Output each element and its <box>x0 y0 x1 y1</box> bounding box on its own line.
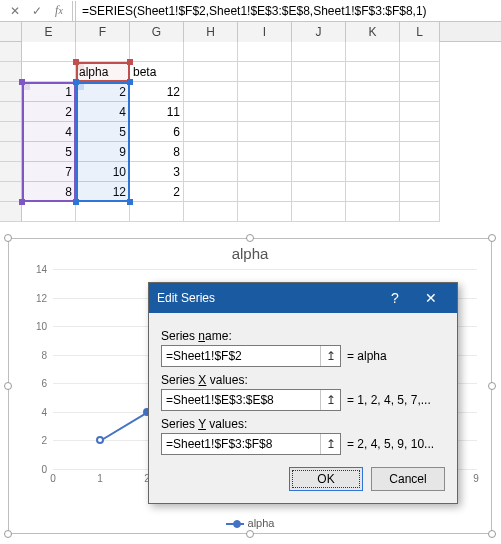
cell[interactable]: 10 <box>76 162 130 182</box>
cell[interactable] <box>184 202 238 222</box>
collapse-dialog-icon[interactable]: ↥ <box>320 390 340 410</box>
cell[interactable] <box>292 122 346 142</box>
cell[interactable] <box>238 162 292 182</box>
chart-resize-handle[interactable] <box>4 382 12 390</box>
series-name-input[interactable] <box>162 346 320 366</box>
cell[interactable]: 4 <box>22 122 76 142</box>
cell[interactable] <box>130 202 184 222</box>
close-icon[interactable]: ✕ <box>413 283 449 313</box>
chart-resize-handle[interactable] <box>488 234 496 242</box>
cell[interactable]: 1 <box>22 82 76 102</box>
cell[interactable] <box>22 202 76 222</box>
series-x-input[interactable] <box>162 390 320 410</box>
selection-handle[interactable] <box>73 59 79 65</box>
fx-icon[interactable]: fx <box>48 1 70 21</box>
cell[interactable]: 7 <box>22 162 76 182</box>
selection-handle[interactable] <box>19 199 25 205</box>
cell[interactable] <box>346 82 400 102</box>
cell[interactable] <box>184 42 238 62</box>
chart-resize-handle[interactable] <box>246 234 254 242</box>
cell[interactable] <box>346 42 400 62</box>
cell[interactable] <box>238 102 292 122</box>
cell-alpha-header[interactable]: alpha <box>76 62 130 82</box>
cell[interactable]: 2 <box>130 182 184 202</box>
cell[interactable] <box>346 102 400 122</box>
col-header[interactable]: F <box>76 22 130 42</box>
chart-title[interactable]: alpha <box>9 245 491 262</box>
col-header[interactable]: G <box>130 22 184 42</box>
col-header[interactable]: H <box>184 22 238 42</box>
series-y-input[interactable] <box>162 434 320 454</box>
cell[interactable]: 9 <box>76 142 130 162</box>
cell[interactable] <box>400 202 440 222</box>
cell[interactable] <box>184 182 238 202</box>
row-header[interactable] <box>0 82 22 102</box>
formula-input[interactable] <box>75 1 497 21</box>
cell[interactable] <box>184 62 238 82</box>
row-header[interactable] <box>0 102 22 122</box>
select-all-corner[interactable] <box>0 22 22 42</box>
cell[interactable] <box>400 182 440 202</box>
dialog-titlebar[interactable]: Edit Series ? ✕ <box>149 283 457 313</box>
col-header[interactable]: E <box>22 22 76 42</box>
cell[interactable] <box>346 162 400 182</box>
row-header[interactable] <box>0 42 22 62</box>
collapse-dialog-icon[interactable]: ↥ <box>320 346 340 366</box>
cell[interactable] <box>238 62 292 82</box>
cell[interactable] <box>184 142 238 162</box>
cell[interactable] <box>400 122 440 142</box>
cell[interactable] <box>400 102 440 122</box>
chart-resize-handle[interactable] <box>4 234 12 242</box>
cell[interactable]: 4 <box>76 102 130 122</box>
row-header[interactable] <box>0 202 22 222</box>
chart-resize-handle[interactable] <box>488 382 496 390</box>
formula-accept-icon[interactable]: ✓ <box>26 1 48 21</box>
cell[interactable]: 2 <box>22 102 76 122</box>
cell[interactable]: 8 <box>130 142 184 162</box>
chart-resize-handle[interactable] <box>246 530 254 538</box>
cell[interactable] <box>238 202 292 222</box>
cell[interactable] <box>292 102 346 122</box>
spreadsheet-grid[interactable]: E F G H I J K L alpha beta 1 2 12 2 4 11… <box>0 22 501 222</box>
formula-cancel-icon[interactable]: ✕ <box>4 1 26 21</box>
cell[interactable] <box>292 82 346 102</box>
col-header[interactable]: J <box>292 22 346 42</box>
cell[interactable]: 3 <box>130 162 184 182</box>
help-icon[interactable]: ? <box>377 283 413 313</box>
row-header[interactable] <box>0 162 22 182</box>
cell[interactable] <box>292 182 346 202</box>
chart-resize-handle[interactable] <box>488 530 496 538</box>
chart-resize-handle[interactable] <box>4 530 12 538</box>
cell[interactable] <box>400 42 440 62</box>
selection-handle[interactable] <box>127 79 133 85</box>
cell[interactable] <box>292 42 346 62</box>
cell[interactable] <box>238 182 292 202</box>
col-header[interactable]: L <box>400 22 440 42</box>
selection-handle[interactable] <box>73 79 79 85</box>
selection-handle[interactable] <box>19 79 25 85</box>
cell[interactable] <box>400 142 440 162</box>
cell[interactable]: 6 <box>130 122 184 142</box>
cell[interactable]: 12 <box>130 82 184 102</box>
cell[interactable] <box>238 142 292 162</box>
cell[interactable] <box>184 82 238 102</box>
cell-beta-header[interactable]: beta <box>130 62 184 82</box>
cell[interactable] <box>130 42 184 62</box>
cancel-button[interactable]: Cancel <box>371 467 445 491</box>
cell[interactable]: 5 <box>22 142 76 162</box>
cell[interactable] <box>400 162 440 182</box>
cell[interactable] <box>22 62 76 82</box>
cell[interactable] <box>238 42 292 62</box>
cell[interactable] <box>400 62 440 82</box>
cell[interactable] <box>346 142 400 162</box>
cell[interactable] <box>292 62 346 82</box>
cell[interactable]: 5 <box>76 122 130 142</box>
cell[interactable] <box>292 142 346 162</box>
cell[interactable] <box>346 62 400 82</box>
data-point[interactable] <box>96 436 104 444</box>
cell[interactable]: 12 <box>76 182 130 202</box>
cell[interactable] <box>292 162 346 182</box>
selection-handle[interactable] <box>127 199 133 205</box>
col-header[interactable]: K <box>346 22 400 42</box>
ok-button[interactable]: OK <box>289 467 363 491</box>
